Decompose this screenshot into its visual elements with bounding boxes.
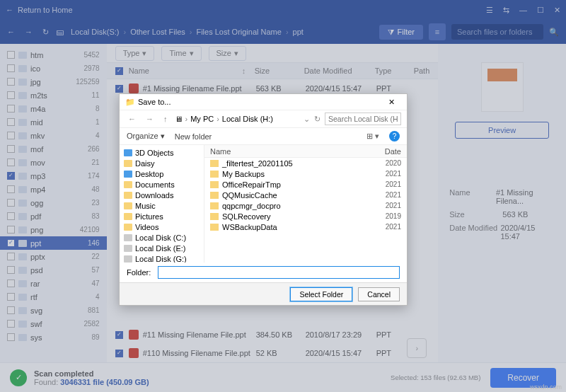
drive-icon [124,245,132,252]
refresh-icon[interactable]: ↻ [314,115,320,124]
dlg-tree: 3D ObjectsDaisyDesktopDocumentsDownloads… [120,145,204,263]
folder-icon: 📁 [125,98,135,107]
tree-item[interactable]: Pictures [120,211,204,221]
watermark: wsxdn.com [530,384,562,391]
folder-icon [210,192,219,199]
folder-icon [124,192,132,199]
folder-icon [210,202,219,209]
folder-icon [210,181,219,188]
organize-menu[interactable]: Organize ▾ [127,132,165,141]
cancel-button[interactable]: Cancel [358,287,400,301]
tree-item[interactable]: Desktop [120,168,204,179]
dialog-close-button[interactable]: ✕ [381,98,401,107]
chevron-down-icon[interactable]: ⌄ [304,115,310,124]
drive-icon [124,255,132,263]
tree-item[interactable]: 3D Objects [120,147,204,158]
tree-item[interactable]: Downloads [120,190,204,200]
dlg-back-icon[interactable]: ← [125,115,139,123]
tree-item[interactable]: Local Disk (G:) [120,253,204,263]
folder-icon [124,213,132,220]
dlg-path[interactable]: 🖥›My PC›Local Disk (H:) [175,115,300,123]
pc-icon: 🖥 [175,115,183,123]
newfolder-button[interactable]: New folder [175,132,212,141]
path-seg[interactable]: My PC [190,115,214,123]
tree-item[interactable]: Documents [120,179,204,190]
dlg-search-input[interactable] [325,113,401,125]
tree-item[interactable]: Music [120,200,204,211]
help-icon[interactable]: ? [389,131,400,142]
folder-icon [124,224,132,231]
folder-icon [124,149,132,156]
dlg-fwd-icon[interactable]: → [143,115,156,123]
list-item[interactable]: qqpcmgr_docpro2021 [204,200,407,211]
view-options-icon[interactable]: ⊞ ▾ [366,132,379,141]
folder-icon [210,224,219,231]
folder-icon [210,171,219,178]
folder-input[interactable] [158,266,400,279]
select-folder-button[interactable]: Select Folder [290,287,352,301]
folder-icon [124,160,132,167]
tree-item[interactable]: Daisy [120,158,204,168]
list-item[interactable]: WSBackupData2021 [204,221,407,232]
tree-item[interactable]: Videos [120,221,204,232]
list-item[interactable]: _filtertest_202011052020 [204,158,407,168]
tree-item[interactable]: Local Disk (E:) [120,243,204,253]
list-item[interactable]: OfficeRepairTmp2021 [204,179,407,190]
list-item[interactable]: My Backups2021 [204,168,407,179]
folder-label: Folder: [127,268,151,277]
save-to-dialog: 📁 Save to... ✕ ← → ↑ 🖥›My PC›Local Disk … [119,93,408,306]
dlg-col-date[interactable]: Date [385,147,401,156]
folder-icon [124,181,132,188]
drive-icon [124,234,132,241]
dlg-up-icon[interactable]: ↑ [161,115,171,123]
folder-icon [210,160,219,167]
path-seg[interactable]: Local Disk (H:) [222,115,273,123]
folder-icon [124,171,132,178]
tree-item[interactable]: Local Disk (C:) [120,232,204,243]
list-item[interactable]: QQMusicCache2021 [204,190,407,200]
dlg-col-name[interactable]: Name [210,147,385,156]
folder-icon [124,202,132,209]
folder-icon [210,213,219,220]
dialog-title: Save to... [138,98,171,106]
list-item[interactable]: SQLRecovery2019 [204,211,407,221]
